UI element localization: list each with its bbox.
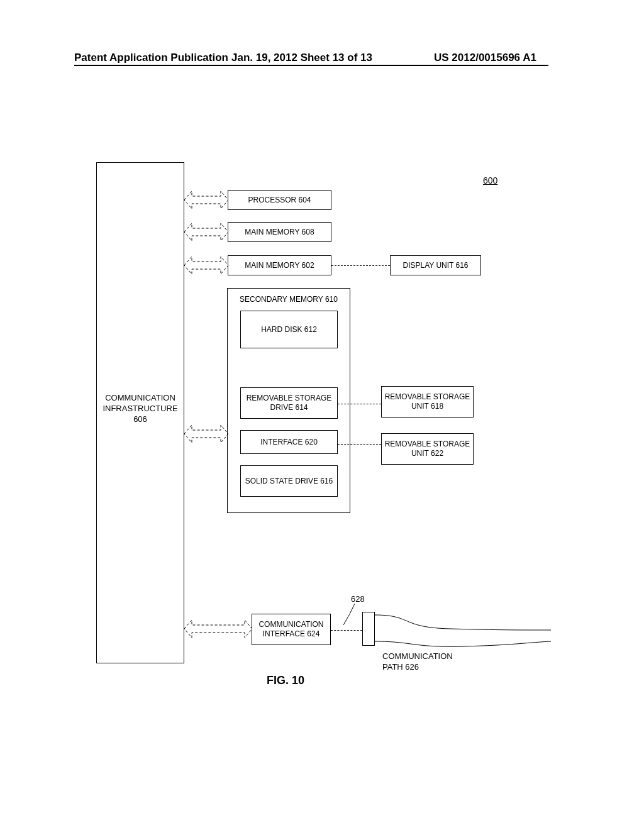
header-pubno: US 2012/0015696 A1 <box>434 52 536 64</box>
removable-storage-unit-618-box: REMOVABLE STORAGE UNIT 618 <box>381 386 474 418</box>
communication-path-lines <box>375 610 551 654</box>
secondary-memory-title: SECONDARY MEMORY 610 <box>227 292 350 306</box>
svg-marker-2 <box>184 257 228 274</box>
comm-path-line2: PATH 626 <box>382 662 419 672</box>
header-left: Patent Application Publication <box>74 52 228 64</box>
removable-storage-unit-618-label: REMOVABLE STORAGE UNIT 618 <box>384 392 470 411</box>
solid-state-drive-label: SOLID STATE DRIVE 616 <box>245 477 333 486</box>
removable-storage-unit-622-label: REMOVABLE STORAGE UNIT 622 <box>384 440 470 458</box>
figure-caption: FIG. 10 <box>267 674 304 687</box>
port-box <box>362 612 375 646</box>
comm-infra-line1: COMMUNICATION <box>105 393 175 402</box>
communication-interface-box: COMMUNICATION INTERFACE 624 <box>252 614 331 645</box>
header-center: Jan. 19, 2012 Sheet 13 of 13 <box>231 52 372 64</box>
svg-marker-1 <box>184 223 228 241</box>
bus-arrow-processor <box>184 189 228 211</box>
hard-disk-box: HARD DISK 612 <box>240 311 338 348</box>
main-memory-608-box: MAIN MEMORY 608 <box>228 222 331 242</box>
main-memory-608-label: MAIN MEMORY 608 <box>245 228 314 237</box>
processor-label: PROCESSOR 604 <box>248 196 311 205</box>
comm-path-line1: COMMUNICATION <box>382 651 453 661</box>
hard-disk-label: HARD DISK 612 <box>261 325 317 335</box>
bus-arrow-commif <box>184 617 252 640</box>
removable-storage-drive-label: REMOVABLE STORAGE DRIVE 614 <box>243 394 335 412</box>
removable-storage-unit-622-box: REMOVABLE STORAGE UNIT 622 <box>381 433 474 465</box>
svg-marker-0 <box>184 191 228 209</box>
dashed-iface-rsu622 <box>338 444 381 445</box>
leader-628 <box>340 602 365 628</box>
processor-box: PROCESSOR 604 <box>228 190 331 210</box>
communication-path-label: COMMUNICATION PATH 626 <box>382 651 467 673</box>
page: Patent Application Publication Jan. 19, … <box>0 0 644 830</box>
interface-620-label: INTERFACE 620 <box>260 438 318 447</box>
dashed-commif-port <box>331 630 362 631</box>
comm-infra-line3: 606 <box>133 414 147 424</box>
display-unit-label: DISPLAY UNIT 616 <box>402 261 468 270</box>
secondary-memory-title-text: SECONDARY MEMORY 610 <box>240 295 338 304</box>
svg-marker-4 <box>184 620 252 638</box>
header-rule <box>74 65 548 66</box>
svg-marker-3 <box>184 425 228 443</box>
interface-620-box: INTERFACE 620 <box>240 430 338 454</box>
communication-interface-label: COMMUNICATION INTERFACE 624 <box>255 620 328 639</box>
bus-arrow-mainmem602 <box>184 254 228 277</box>
comm-infrastructure-label: COMMUNICATION INFRASTRUCTURE 606 <box>103 393 178 425</box>
display-unit-box: DISPLAY UNIT 616 <box>390 255 481 275</box>
main-memory-602-box: MAIN MEMORY 602 <box>228 255 331 275</box>
bus-arrow-secmem <box>184 423 228 445</box>
removable-storage-drive-box: REMOVABLE STORAGE DRIVE 614 <box>240 387 338 419</box>
dashed-mainmem-display <box>331 265 390 266</box>
main-memory-602-label: MAIN MEMORY 602 <box>245 261 314 270</box>
bus-arrow-mainmem608 <box>184 221 228 243</box>
solid-state-drive-box: SOLID STATE DRIVE 616 <box>240 465 338 497</box>
dashed-rsd-rsu618 <box>338 404 381 404</box>
comm-infra-line2: INFRASTRUCTURE <box>103 404 177 413</box>
system-ref-600: 600 <box>483 175 497 185</box>
